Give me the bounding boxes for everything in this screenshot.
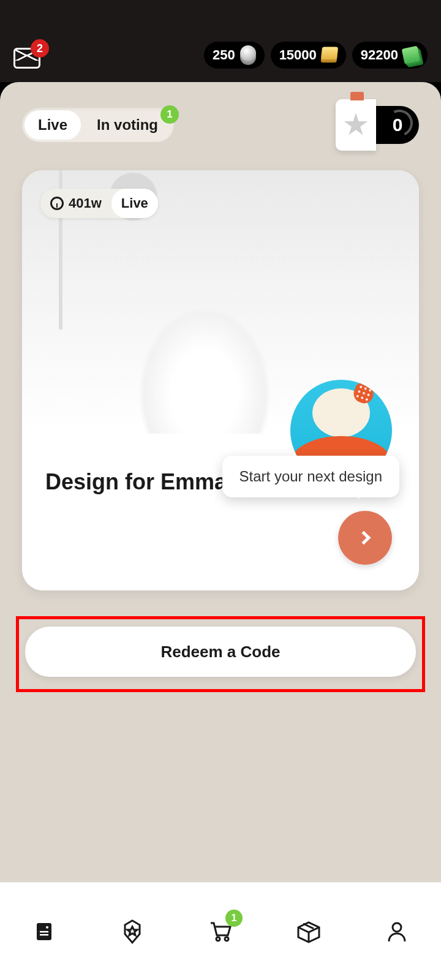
time-chip: 401w bbox=[40, 189, 111, 218]
cash-icon bbox=[402, 46, 421, 65]
clock-icon bbox=[50, 197, 64, 210]
tab-in-voting-badge: 1 bbox=[160, 105, 179, 124]
star-icon bbox=[344, 113, 368, 137]
receipt-icon bbox=[32, 919, 56, 944]
tab-in-voting[interactable]: In voting 1 bbox=[83, 110, 172, 140]
mail-badge: 2 bbox=[31, 39, 49, 58]
svg-rect-2 bbox=[40, 934, 48, 936]
next-design-tooltip: Start your next design bbox=[222, 456, 399, 497]
star-box bbox=[336, 99, 376, 151]
live-chip-label: Live bbox=[121, 195, 148, 211]
star-counter[interactable]: 0 bbox=[336, 99, 419, 151]
svg-point-8 bbox=[393, 923, 401, 932]
currency-gold-value: 15000 bbox=[279, 47, 317, 63]
design-card[interactable]: 401w Live Design for Emma Start your nex… bbox=[22, 170, 419, 590]
currency-cash[interactable]: 92200 bbox=[352, 42, 428, 69]
redeem-highlight: Redeem a Code bbox=[16, 616, 425, 692]
main-sheet: Live In voting 1 0 401w Live Design for bbox=[0, 82, 441, 980]
tab-live-label: Live bbox=[38, 116, 67, 134]
profile-icon bbox=[385, 919, 409, 944]
currency-silver[interactable]: 250 bbox=[204, 42, 265, 69]
currency-row: 250 15000 92200 bbox=[204, 42, 428, 69]
svg-point-7 bbox=[225, 937, 228, 941]
live-chip: Live bbox=[111, 189, 158, 218]
coins-gold-icon bbox=[321, 47, 338, 60]
top-bar: 2 250 15000 92200 bbox=[0, 0, 441, 82]
currency-cash-value: 92200 bbox=[361, 47, 398, 63]
cart-badge: 1 bbox=[225, 910, 243, 927]
star-count: 0 bbox=[376, 106, 419, 144]
nav-home[interactable] bbox=[27, 914, 61, 949]
svg-rect-3 bbox=[40, 931, 48, 933]
tab-in-voting-label: In voting bbox=[97, 116, 158, 134]
card-title: Design for Emma bbox=[45, 469, 227, 495]
svg-marker-5 bbox=[127, 927, 137, 935]
status-tabs: Live In voting 1 bbox=[22, 108, 174, 142]
time-chip-label: 401w bbox=[69, 195, 102, 211]
svg-marker-4 bbox=[125, 921, 140, 943]
nav-profile[interactable] bbox=[380, 914, 414, 949]
mail-button[interactable]: 2 bbox=[13, 48, 40, 69]
svg-point-1 bbox=[46, 926, 48, 929]
currency-silver-value: 250 bbox=[213, 47, 235, 63]
next-design-button[interactable] bbox=[338, 511, 392, 565]
currency-gold[interactable]: 15000 bbox=[271, 42, 346, 69]
nav-box[interactable] bbox=[292, 914, 326, 949]
box-icon bbox=[296, 919, 322, 944]
bottom-nav: 1 bbox=[0, 882, 441, 980]
redeem-code-button[interactable]: Redeem a Code bbox=[25, 627, 416, 677]
nav-star[interactable] bbox=[115, 914, 149, 949]
svg-point-6 bbox=[216, 937, 220, 941]
tab-live[interactable]: Live bbox=[24, 110, 81, 140]
star-badge-icon bbox=[119, 919, 145, 944]
tabs-row: Live In voting 1 0 bbox=[0, 82, 441, 151]
card-status-chips: 401w Live bbox=[40, 189, 158, 218]
coins-silver-icon bbox=[240, 45, 256, 61]
nav-cart[interactable]: 1 bbox=[203, 914, 238, 949]
chevron-right-icon bbox=[357, 531, 371, 545]
redeem-code-label: Redeem a Code bbox=[160, 643, 280, 662]
